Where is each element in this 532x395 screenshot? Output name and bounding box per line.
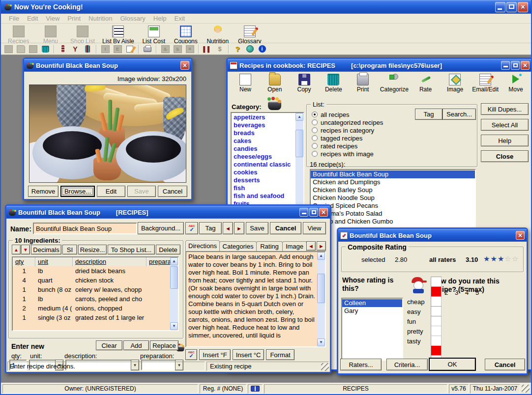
ingredient-row[interactable]: 4quartchicken stock bbox=[13, 276, 178, 285]
category-item-desserts[interactable]: desserts bbox=[232, 176, 303, 184]
edit-note-button[interactable] bbox=[124, 44, 135, 54]
ingredient-row[interactable]: 2medium (4 (onions, chopped bbox=[13, 304, 178, 313]
minimize-button[interactable] bbox=[501, 61, 510, 70]
category-item-fish[interactable]: fish bbox=[232, 184, 303, 192]
rating-cell[interactable] bbox=[431, 316, 442, 326]
decimals-button[interactable]: Decimals bbox=[31, 245, 61, 254]
directions-textarea[interactable]: Place beans in large saucepan. Add enoug… bbox=[185, 251, 326, 347]
tab-scroll-left-button[interactable]: ◄ bbox=[306, 241, 316, 251]
kill-dupes-button[interactable]: Kill Dupes... bbox=[481, 103, 529, 115]
insert-c-button[interactable]: Insert °C bbox=[233, 349, 264, 360]
scroll-down-icon[interactable]: ▼ bbox=[317, 339, 325, 346]
recipes-toolbar-move[interactable]: Move bbox=[502, 73, 530, 99]
recipes-toolbar-print[interactable]: Print bbox=[349, 73, 377, 99]
toolbar-button-nutrition[interactable]: Nutrition bbox=[204, 25, 232, 45]
menu-help[interactable]: Help bbox=[149, 15, 171, 22]
format-button[interactable]: Format bbox=[266, 349, 295, 360]
category-item-continental-classic[interactable]: continental classic bbox=[232, 161, 303, 169]
cancel-button[interactable]: Cancel bbox=[485, 359, 525, 370]
maximize-button[interactable] bbox=[511, 61, 520, 70]
radio-option-recipes-with-image[interactable]: recipes with image bbox=[312, 150, 383, 158]
directions-scrollbar[interactable]: ▲ ▼ bbox=[317, 252, 325, 346]
toolbar-button-coupons[interactable]: Coupons bbox=[172, 25, 200, 45]
rating-cell[interactable] bbox=[431, 336, 442, 346]
recipe-item[interactable]: Shrimp and Chicken Gumbo bbox=[311, 218, 475, 226]
scroll-track[interactable] bbox=[170, 265, 178, 322]
column-header-qty[interactable]: qty bbox=[13, 257, 35, 266]
recipes-toolbar-categorize[interactable]: Categorize bbox=[379, 73, 410, 99]
column-header-description[interactable]: description bbox=[73, 257, 147, 266]
resize-button[interactable]: Resize... bbox=[78, 245, 107, 254]
edit-button[interactable]: Edit bbox=[97, 186, 125, 197]
toolbar-button-list-by-aisle[interactable]: List By Aisle bbox=[101, 25, 136, 45]
remove-button[interactable]: Remove bbox=[28, 186, 59, 197]
help-button[interactable]: ? bbox=[232, 44, 243, 54]
pepper-mill-button[interactable] bbox=[58, 44, 68, 54]
radio-option-tagged-recipes[interactable]: tagged recipes bbox=[312, 134, 383, 142]
rating-cell[interactable] bbox=[431, 326, 442, 336]
rater-item-colleen[interactable]: Colleen bbox=[342, 299, 402, 307]
add-button[interactable]: Add bbox=[123, 340, 149, 350]
recipes-toolbar-delete[interactable]: Delete bbox=[320, 73, 347, 99]
print-button[interactable] bbox=[142, 44, 153, 54]
radio-option-rated-recipes[interactable]: rated recipes bbox=[312, 142, 383, 150]
column-header-preparati[interactable]: preparati bbox=[147, 257, 171, 266]
scroll-thumb[interactable] bbox=[296, 130, 303, 157]
browse-button[interactable]: Browse... bbox=[60, 186, 95, 197]
category-item-cakes[interactable]: cakes bbox=[232, 137, 303, 145]
recipe-name-input[interactable]: Bountiful Black Bean Soup bbox=[33, 223, 137, 234]
criteria-button[interactable]: Criteria... bbox=[386, 359, 428, 370]
recipes-toolbar-rate[interactable]: Rate bbox=[412, 73, 440, 99]
spellcheck-button[interactable]: ABC✓ bbox=[185, 222, 198, 234]
help-button[interactable]: Help bbox=[481, 135, 529, 146]
category-item-beverages[interactable]: beverages bbox=[232, 121, 303, 129]
scroll-down-icon[interactable]: ▼ bbox=[170, 322, 178, 330]
tag-button[interactable]: Tag bbox=[199, 222, 222, 234]
select-all-button[interactable]: Select All bbox=[481, 119, 529, 131]
replace-button[interactable]: Replace bbox=[150, 340, 178, 350]
rating-cell[interactable] bbox=[431, 287, 442, 297]
info-button[interactable]: i bbox=[257, 44, 267, 54]
raters-button[interactable]: Raters... bbox=[340, 359, 382, 370]
scroll-track[interactable] bbox=[317, 260, 325, 339]
recipes-toolbar-open[interactable]: Open bbox=[261, 73, 289, 99]
minimize-button[interactable] bbox=[495, 2, 505, 12]
tab-directions[interactable]: Directions bbox=[185, 240, 220, 251]
insert-f-button[interactable]: Insert °F bbox=[199, 349, 231, 360]
resize-grip[interactable] bbox=[522, 385, 530, 393]
recipe-item[interactable]: Chicken Noodle Soup bbox=[311, 194, 475, 202]
ingredient-row[interactable]: 1single (3 ozgrated zest of 1 large ler bbox=[13, 313, 178, 322]
save-button[interactable]: Save bbox=[246, 222, 268, 234]
rating-cell[interactable] bbox=[431, 346, 442, 356]
menu-exit[interactable]: Exit bbox=[171, 15, 189, 22]
category-item-appetizers[interactable]: appetizers bbox=[232, 113, 303, 121]
scroll-up-icon[interactable]: ▲ bbox=[296, 113, 303, 121]
ingredient-row[interactable]: 1bunch (8 ozcelery w/ leaves, chopp bbox=[13, 285, 178, 294]
next-recipe-button[interactable]: ► bbox=[234, 222, 244, 234]
scroll-up-icon[interactable]: ▲ bbox=[170, 257, 178, 265]
editor-window-titlebar[interactable]: Bountiful Black Bean Soup [RECIPES] × bbox=[6, 206, 330, 219]
rating-cell[interactable] bbox=[431, 277, 442, 287]
to-shop-list-button[interactable]: To Shop List... bbox=[108, 245, 155, 254]
delete-button[interactable]: Delete bbox=[156, 245, 180, 254]
close-button[interactable]: × bbox=[180, 61, 189, 70]
scroll-thumb[interactable] bbox=[317, 274, 325, 303]
background-button[interactable]: Background... bbox=[138, 222, 184, 234]
cancel-button[interactable]: Cancel bbox=[158, 186, 187, 197]
view-button[interactable]: View bbox=[303, 222, 326, 234]
category-item-candies[interactable]: candies bbox=[232, 145, 303, 153]
column-header-unit[interactable]: unit bbox=[35, 257, 73, 266]
shaker-button[interactable] bbox=[82, 44, 93, 54]
ingredient-row[interactable]: 1lbdried black beans bbox=[13, 266, 178, 276]
menu-nutrition[interactable]: Nutrition bbox=[85, 15, 116, 22]
category-item-cheese-eggs[interactable]: cheese/eggs bbox=[232, 153, 303, 161]
whisk-button[interactable]: Y bbox=[70, 44, 81, 54]
clear-button[interactable]: Clear bbox=[96, 340, 122, 350]
main-titlebar[interactable]: Now You're Cooking! × bbox=[1, 0, 531, 14]
tab-scroll-right-button[interactable]: ► bbox=[317, 241, 326, 251]
search-button[interactable]: Search... bbox=[443, 109, 476, 120]
pause-button[interactable]: ▌▌ bbox=[202, 44, 213, 54]
si-button[interactable]: SI bbox=[62, 245, 77, 254]
recipe-item[interactable]: Bountiful Black Bean Soup bbox=[311, 170, 475, 178]
resize-grip[interactable] bbox=[321, 363, 329, 371]
